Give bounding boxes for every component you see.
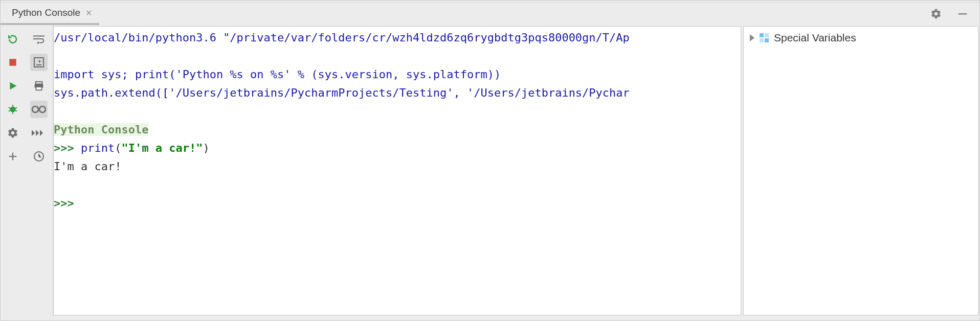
special-variables-row[interactable]: Special Variables: [750, 32, 972, 44]
command-history-button[interactable]: [30, 124, 48, 142]
expand-icon[interactable]: [750, 34, 754, 41]
syspath-line: sys.path.extend(['/Users/jetbrains/Pycha…: [54, 86, 630, 99]
svg-rect-1: [9, 59, 16, 65]
svg-line-6: [15, 107, 17, 108]
body-row: /usr/local/bin/python3.6 "/private/var/f…: [1, 25, 979, 316]
debug-button[interactable]: [4, 101, 21, 118]
left-toolbar: [1, 25, 25, 316]
cmd1-func: print: [81, 142, 115, 154]
rerun-button[interactable]: [4, 30, 21, 48]
special-variables-label: Special Variables: [774, 32, 856, 44]
interpreter-line: /usr/local/bin/python3.6 "/private/var/f…: [54, 31, 630, 44]
svg-line-8: [15, 110, 17, 111]
console-iconbar: [25, 25, 53, 316]
svg-line-5: [9, 107, 11, 108]
prompt-1: >>>: [54, 142, 81, 154]
settings-button[interactable]: [4, 124, 21, 142]
scroll-to-end-button[interactable]: [30, 54, 48, 71]
python-console-panel: Python Console ✕: [0, 0, 980, 321]
svg-rect-12: [36, 87, 42, 90]
close-icon[interactable]: ✕: [85, 8, 92, 18]
tab-bar: Python Console ✕: [1, 3, 979, 25]
console-output[interactable]: /usr/local/bin/python3.6 "/private/var/f…: [53, 26, 741, 315]
header-icons: [927, 5, 979, 22]
console-text: /usr/local/bin/python3.6 "/private/var/f…: [54, 27, 741, 213]
show-variables-button[interactable]: [30, 101, 48, 118]
svg-point-13: [32, 106, 38, 112]
add-button[interactable]: [4, 148, 21, 165]
play-button[interactable]: [4, 77, 21, 95]
svg-rect-10: [36, 82, 42, 84]
import-line: import sys; print('Python %s on %s' % (s…: [54, 68, 501, 81]
tab-title: Python Console: [12, 7, 80, 18]
cmd1-close: ): [203, 142, 209, 154]
svg-rect-0: [959, 13, 967, 14]
print-button[interactable]: [30, 77, 48, 95]
gear-icon[interactable]: [927, 5, 945, 22]
console-title-label: Python Console: [54, 123, 148, 136]
svg-point-2: [10, 107, 16, 112]
svg-point-14: [39, 106, 46, 112]
history-button[interactable]: [30, 148, 48, 165]
prompt-2: >>>: [54, 197, 81, 210]
variables-pane[interactable]: Special Variables: [743, 26, 978, 315]
stop-button[interactable]: [4, 54, 21, 71]
cmd1-str: "I'm a car!": [121, 142, 203, 154]
footer: [1, 316, 979, 320]
cmd1-open: (: [115, 142, 121, 154]
variables-group-icon: [760, 33, 769, 42]
output-1: I'm a car!: [54, 160, 121, 173]
soft-wrap-button[interactable]: [30, 30, 48, 48]
svg-line-7: [9, 110, 11, 111]
tab-python-console[interactable]: Python Console ✕: [1, 3, 99, 25]
minimize-icon[interactable]: [954, 5, 971, 22]
